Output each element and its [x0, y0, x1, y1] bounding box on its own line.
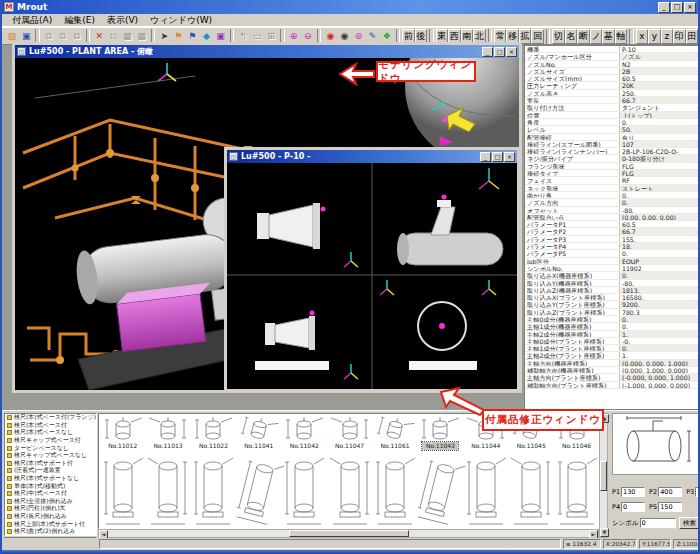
- toolbar-button[interactable]: 名: [565, 29, 577, 44]
- property-row[interactable]: ノズル/マンホール区分 ノズル: [525, 53, 700, 60]
- quad-viewport[interactable]: [227, 163, 517, 389]
- p2-field[interactable]: [658, 487, 682, 497]
- accessory-window[interactable]: ◫ Lu#500 - P-10 - _ □ ×: [224, 147, 520, 392]
- property-row[interactable]: ノズルサイズ(mm) 60.5: [525, 75, 700, 82]
- toolbar-button[interactable]: z: [661, 29, 673, 44]
- property-row[interactable]: ノズルサイズ 2B: [525, 68, 700, 75]
- property-row[interactable]: 曲がり角 0.: [525, 192, 700, 199]
- property-row[interactable]: 主軸0成分(機器座標系) 0.: [525, 316, 700, 323]
- scrollbar-thumb[interactable]: [289, 530, 409, 537]
- catalog-thumbnail[interactable]: [463, 452, 508, 529]
- property-row[interactable]: 圧力レーティング 20K: [525, 82, 700, 89]
- toolbar-button[interactable]: 田: [686, 29, 698, 44]
- close-button[interactable]: ×: [504, 152, 515, 162]
- catalog-thumbnail[interactable]: No.11042: [282, 415, 327, 451]
- toolbar-button[interactable]: [546, 29, 550, 44]
- property-row[interactable]: 主軸1成分(機器座標系) 0.: [525, 323, 700, 330]
- maximize-button[interactable]: □: [492, 152, 503, 162]
- symbol-field[interactable]: [640, 518, 676, 528]
- property-row[interactable]: パラメータP2 66.7: [525, 228, 700, 235]
- property-row[interactable]: 主軸2成分(プラント座標系) 1.: [525, 352, 700, 359]
- property-row[interactable]: パラメータP5 0.: [525, 250, 700, 257]
- p3-field[interactable]: [695, 487, 700, 497]
- property-row[interactable]: オフセット -80.: [525, 207, 700, 214]
- scroll-down-icon[interactable]: ▼: [600, 528, 609, 537]
- toolbar-button[interactable]: 断: [577, 29, 589, 44]
- catalog-thumbnail[interactable]: [282, 452, 327, 529]
- toolbar-button[interactable]: 軸: [615, 29, 627, 44]
- property-row[interactable]: 主軸方向(プラント座標系) (-0.000, 0.000, 1.000): [525, 374, 700, 381]
- property-row[interactable]: パラメータP1 60.5: [525, 221, 700, 228]
- close-button[interactable]: ×: [506, 47, 517, 57]
- property-row[interactable]: 取り込みX(機器座標系) 0.: [525, 272, 700, 279]
- catalog-thumbnail[interactable]: No.11047: [327, 415, 372, 451]
- tree-item[interactable]: 検尺(曲)式(2)倒れ込み: [5, 528, 96, 536]
- property-row[interactable]: 取り込みY(機器座標系) -80.: [525, 280, 700, 287]
- property-row[interactable]: フランジ形状 FLG: [525, 163, 700, 170]
- property-row[interactable]: 主軸1成分(プラント座標系) 0.: [525, 345, 700, 352]
- property-row[interactable]: 配管取合い点 (0.00, 0.00, 0.00): [525, 214, 700, 221]
- toolbar-button[interactable]: 印: [673, 29, 685, 44]
- menu-item[interactable]: 表示(V): [101, 14, 144, 27]
- toolbar-button[interactable]: y: [648, 29, 660, 44]
- property-row[interactable]: 補助軸方向(プラント座標系) (-1.000, 0.000, 0.000): [525, 382, 700, 389]
- catalog-thumbnail[interactable]: [100, 452, 145, 529]
- property-row[interactable]: シンボルNo. 11902: [525, 265, 700, 272]
- toolbar-button[interactable]: [629, 29, 633, 44]
- toolbar-button[interactable]: 回: [531, 29, 543, 44]
- property-row[interactable]: 機番 P-10: [525, 46, 700, 53]
- property-row[interactable]: 接続ライン(ラインナンバー) 2B-LP-106-C2D-O-: [525, 148, 700, 155]
- property-panel[interactable]: 機番 P-10 ノズル/マンホール区分 ノズル ノズルNo. N2 ノズルサイズ…: [524, 45, 700, 410]
- property-row[interactable]: ネック形状 ストレート: [525, 185, 700, 192]
- property-row[interactable]: パラメータP3 155.: [525, 236, 700, 243]
- catalog-thumbnail[interactable]: [145, 452, 190, 529]
- property-row[interactable]: 取り込みZ(プラント座標系) 780.3: [525, 309, 700, 316]
- catalog-thumbnail[interactable]: [418, 452, 463, 529]
- property-row[interactable]: 取り込みZ(機器座標系) 1813.: [525, 287, 700, 294]
- minimize-button[interactable]: _: [482, 47, 493, 57]
- property-row[interactable]: 主軸方向(機器座標系) (0.000, 0.000, 1.000): [525, 360, 700, 367]
- property-row[interactable]: ノズル方向 0.: [525, 199, 700, 206]
- property-row[interactable]: ノズルNo. N2: [525, 61, 700, 68]
- p4-field[interactable]: [621, 502, 645, 512]
- catalog-thumbnail[interactable]: [372, 452, 417, 529]
- menu-item[interactable]: ウィンドウ(W): [144, 14, 218, 27]
- toolbar-button[interactable]: ノ: [590, 29, 602, 44]
- property-row[interactable]: 接続ライン(スプール図番) 107: [525, 141, 700, 148]
- search-button[interactable]: 検索: [679, 517, 700, 529]
- catalog-thumbnail[interactable]: No.11041: [236, 415, 281, 451]
- property-row[interactable]: 位置 上(トップ): [525, 112, 700, 119]
- accessory-window-titlebar[interactable]: ◫ Lu#500 - P-10 - _ □ ×: [227, 150, 517, 163]
- catalog-thumbnail[interactable]: [236, 452, 281, 529]
- property-row[interactable]: 配管接続 有り: [525, 134, 700, 141]
- modeling-window-titlebar[interactable]: ◫ Lu#500 - PLANT AREA - 俯瞰 _ □ ×: [15, 45, 519, 58]
- minimize-button[interactable]: _: [480, 152, 491, 162]
- maximize-button[interactable]: □: [671, 2, 683, 13]
- catalog-thumbnail[interactable]: No.11012: [100, 415, 145, 451]
- toolbar-button[interactable]: 基: [602, 29, 614, 44]
- property-row[interactable]: レベル 50.: [525, 126, 700, 133]
- catalog-thumbnail[interactable]: No.11022: [191, 415, 236, 451]
- menu-item[interactable]: 付属品(A): [6, 14, 58, 27]
- property-row[interactable]: パラメータP4 18.: [525, 243, 700, 250]
- catalog-thumbnail[interactable]: [554, 452, 599, 529]
- property-row[interactable]: 実長 66.7: [525, 97, 700, 104]
- property-row[interactable]: 主軸2成分(機器座標系) 1.: [525, 331, 700, 338]
- property-row[interactable]: ノズル高さ 250.: [525, 90, 700, 97]
- property-row[interactable]: 取り込みX(プラント座標系) 16580.: [525, 294, 700, 301]
- scrollbar-thumb[interactable]: [600, 461, 607, 491]
- catalog-thumbnail[interactable]: No.11043: [418, 415, 463, 451]
- catalog-thumbnail[interactable]: [327, 452, 372, 529]
- property-row[interactable]: 取り付け方法 タンジェント: [525, 104, 700, 111]
- vertical-scrollbar[interactable]: ▲ ▼: [599, 413, 608, 538]
- maximize-button[interactable]: □: [494, 47, 505, 57]
- catalog-thumbnail[interactable]: No.11061: [372, 415, 417, 451]
- category-tree[interactable]: 検尺(本)式ベース付(フランジ) 検尺(本)式ベース付 検尺(本)式ベースなし …: [4, 413, 97, 536]
- horizontal-scrollbar[interactable]: ◄ ►: [98, 529, 599, 538]
- property-row[interactable]: 角度 0.: [525, 119, 700, 126]
- property-row[interactable]: フェイス RF: [525, 177, 700, 184]
- property-row[interactable]: ネジ/振分パイプ 0-180振り分け: [525, 155, 700, 162]
- catalog-thumbnail[interactable]: No.11013: [145, 415, 190, 451]
- menu-item[interactable]: 編集(E): [58, 14, 101, 27]
- toolbar-button[interactable]: 切: [552, 29, 564, 44]
